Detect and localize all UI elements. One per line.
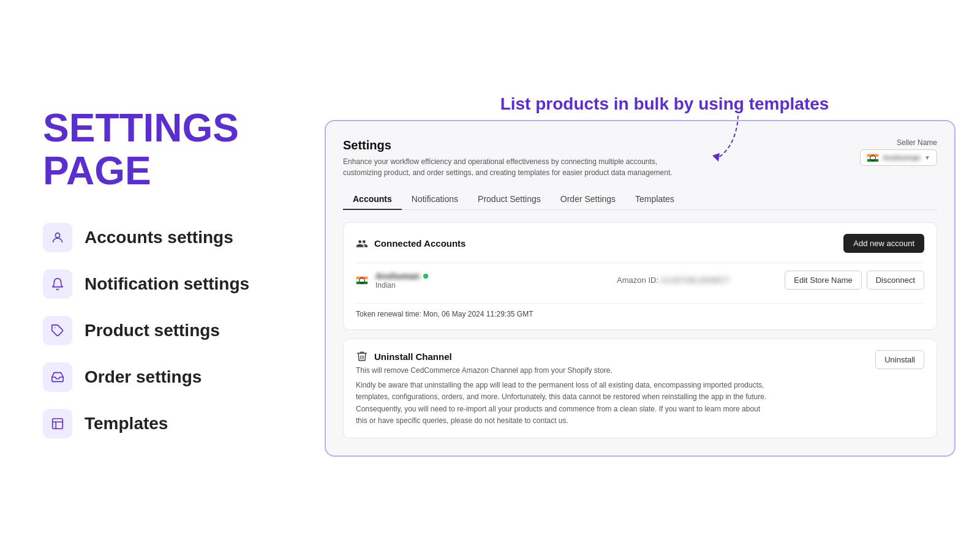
- right-panel: List products in bulk by using templates…: [312, 82, 980, 469]
- dashed-arrow-decoration: [701, 113, 775, 168]
- disconnect-button[interactable]: Disconnect: [867, 271, 924, 290]
- connected-accounts-label: Connected Accounts: [374, 238, 466, 249]
- svg-point-0: [55, 233, 59, 238]
- status-online-dot: [423, 274, 428, 279]
- connected-accounts-title: Connected Accounts: [356, 238, 466, 250]
- uninstall-content: Uninstall Channel This will remove CedCo…: [356, 350, 772, 427]
- uninstall-header: Uninstall Channel This will remove CedCo…: [356, 350, 924, 427]
- accounts-section-icon: [356, 238, 368, 250]
- account-row: Anshuman Indian Amazon ID: A1A87H6L0NN8C…: [356, 263, 924, 297]
- nav-label-accounts: Accounts settings: [85, 228, 233, 247]
- settings-card: Settings Enhance your workflow efficienc…: [325, 120, 956, 457]
- callout-text: List products in bulk by using templates: [374, 94, 956, 114]
- seller-dropdown[interactable]: Anshuman ▼: [860, 149, 937, 166]
- tab-order-settings[interactable]: Order Settings: [551, 189, 625, 210]
- nav-label-product: Product settings: [85, 321, 220, 340]
- nav-item-product[interactable]: Product settings: [43, 310, 276, 351]
- svg-rect-2: [53, 419, 63, 429]
- uninstall-title-text: Uninstall Channel: [374, 351, 452, 362]
- nav-item-order[interactable]: Order settings: [43, 356, 276, 398]
- add-new-account-button[interactable]: Add new account: [843, 234, 924, 253]
- tag-icon: [51, 324, 64, 337]
- amazon-id-label: Amazon ID:: [617, 276, 658, 285]
- tab-notifications[interactable]: Notifications: [402, 189, 468, 210]
- seller-block: Seller Name Anshuman ▼: [860, 138, 937, 166]
- account-name-text: Anshuman: [375, 271, 420, 281]
- uninstall-description: This will remove CedCommerce Amazon Chan…: [356, 366, 772, 375]
- nav-label-notifications: Notification settings: [85, 274, 249, 294]
- india-flag-icon: [867, 154, 879, 162]
- settings-title: Settings: [343, 138, 674, 152]
- templates-icon-wrap: [43, 409, 72, 438]
- account-flag-icon: [356, 276, 368, 285]
- edit-store-name-button[interactable]: Edit Store Name: [785, 271, 861, 290]
- svg-marker-5: [712, 153, 720, 162]
- connected-accounts-header: Connected Accounts Add new account: [356, 234, 924, 253]
- nav-item-templates[interactable]: Templates: [43, 403, 276, 444]
- uninstall-warning-text: Kindly be aware that uninstalling the ap…: [356, 380, 772, 427]
- chevron-down-icon: ▼: [924, 154, 930, 161]
- order-icon-wrap: [43, 362, 72, 392]
- notifications-icon-wrap: [43, 269, 72, 299]
- inbox-icon: [51, 370, 64, 384]
- product-icon-wrap: [43, 316, 72, 345]
- tab-accounts[interactable]: Accounts: [343, 189, 402, 210]
- nav-label-order: Order settings: [85, 367, 202, 387]
- tab-templates[interactable]: Templates: [625, 189, 684, 210]
- trash-icon: [356, 350, 368, 362]
- accounts-icon-wrap: [43, 223, 72, 252]
- seller-name: Anshuman: [883, 153, 921, 162]
- tabs-bar: Accounts Notifications Product Settings …: [343, 189, 937, 210]
- seller-label: Seller Name: [860, 138, 937, 147]
- nav-item-notifications[interactable]: Notification settings: [43, 263, 276, 305]
- settings-subtitle: Enhance your workflow efficiency and ope…: [343, 156, 674, 178]
- nav-label-templates: Templates: [85, 414, 168, 433]
- account-name-block: Anshuman Indian: [375, 271, 428, 290]
- account-type: Indian: [375, 281, 428, 290]
- left-panel: SETTINGS PAGE Accounts settings Notifica…: [0, 70, 312, 482]
- account-name: Anshuman: [375, 271, 428, 281]
- amazon-id-value: A1A87H6L0NN8CT: [660, 276, 729, 285]
- connected-accounts-section: Connected Accounts Add new account Anshu…: [343, 222, 937, 330]
- uninstall-section: Uninstall Channel This will remove CedCo…: [343, 339, 937, 438]
- template-icon: [51, 417, 64, 430]
- uninstall-title: Uninstall Channel: [356, 350, 772, 362]
- uninstall-button[interactable]: Uninstall: [875, 350, 924, 369]
- settings-header: Settings Enhance your workflow efficienc…: [343, 138, 937, 178]
- token-renewal-row: Token renewal time: Mon, 06 May 2024 11:…: [356, 303, 924, 318]
- user-icon: [51, 231, 64, 244]
- bell-icon: [51, 277, 64, 291]
- tab-product-settings[interactable]: Product Settings: [468, 189, 551, 210]
- nav-item-accounts[interactable]: Accounts settings: [43, 217, 276, 258]
- account-actions: Edit Store Name Disconnect: [785, 271, 924, 290]
- page-main-title: SETTINGS PAGE: [43, 107, 276, 193]
- amazon-id: Amazon ID: A1A87H6L0NN8CT: [570, 276, 776, 285]
- settings-title-block: Settings Enhance your workflow efficienc…: [343, 138, 674, 178]
- account-info: Anshuman Indian: [356, 271, 562, 290]
- nav-items: Accounts settings Notification settings …: [43, 217, 276, 444]
